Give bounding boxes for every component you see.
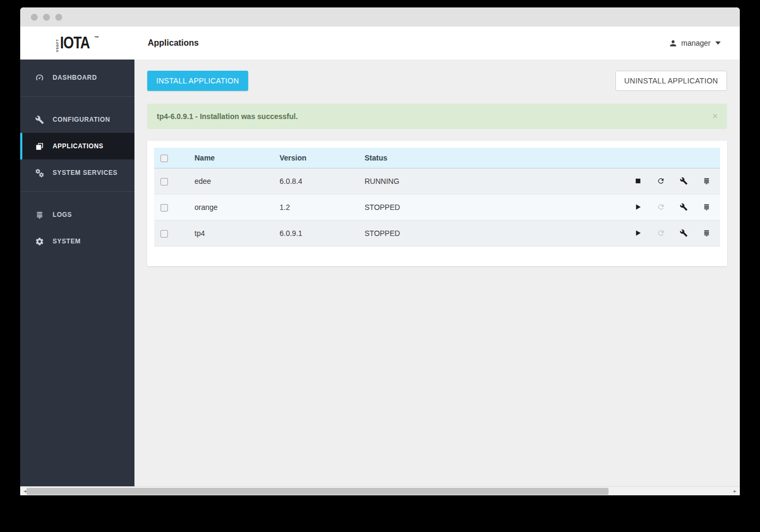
refresh-icon[interactable] — [657, 177, 665, 185]
gear-icon — [34, 237, 45, 246]
app-name-cell: edee — [195, 168, 280, 194]
install-application-button[interactable]: INSTALL APPLICATION — [147, 71, 248, 91]
row-checkbox[interactable] — [161, 178, 168, 185]
user-name: manager — [681, 39, 711, 47]
horizontal-scrollbar[interactable]: ◄ ► — [20, 486, 740, 495]
app-version-cell: 6.0.9.1 — [280, 220, 365, 246]
app-version-cell: 6.0.8.4 — [280, 168, 365, 194]
success-alert: tp4-6.0.9.1 - Installation was successfu… — [147, 104, 727, 129]
column-header-version[interactable]: Version — [280, 148, 365, 168]
app-name-cell: orange — [195, 194, 280, 220]
play-icon[interactable] — [634, 229, 642, 237]
select-all-checkbox[interactable] — [161, 155, 168, 162]
app-window: YSOFT IOTA ™ Applications manager DASHBO… — [20, 7, 740, 495]
wrench-icon[interactable] — [680, 229, 688, 237]
toolbar: INSTALL APPLICATION UNINSTALL APPLICATIO… — [147, 71, 727, 91]
loglines-icon — [34, 210, 45, 219]
wrench-icon[interactable] — [680, 177, 688, 185]
row-checkbox[interactable] — [161, 204, 168, 212]
applications-table: Name Version Status edee 6.0.8.4 RUNNING… — [154, 148, 720, 247]
play-icon[interactable] — [634, 203, 642, 211]
page-title: Applications — [148, 38, 669, 48]
loglines-icon[interactable] — [703, 203, 711, 211]
uninstall-application-button[interactable]: UNINSTALL APPLICATION — [615, 71, 727, 91]
sidebar-item-applications[interactable]: APPLICATIONS — [20, 133, 134, 159]
sidebar-item-system[interactable]: SYSTEM — [20, 228, 134, 255]
table-row: orange 1.2 STOPPED — [154, 194, 720, 220]
app-status-cell: STOPPED — [365, 194, 626, 220]
alert-message: tp4-6.0.9.1 - Installation was successfu… — [157, 112, 713, 121]
app-header: YSOFT IOTA ™ Applications manager — [20, 27, 740, 60]
applications-table-card: Name Version Status edee 6.0.8.4 RUNNING… — [147, 141, 727, 266]
sidebar-item-dashboard[interactable]: DASHBOARD — [20, 64, 134, 91]
person-icon — [669, 39, 678, 48]
sidebar-divider — [20, 191, 134, 192]
app-name-cell: tp4 — [195, 220, 280, 246]
cogs-icon — [34, 168, 45, 178]
sidebar-item-configuration[interactable]: CONFIGURATION — [20, 106, 134, 133]
window-titlebar — [20, 7, 740, 27]
column-header-status[interactable]: Status — [365, 148, 626, 168]
close-icon[interactable]: × — [713, 112, 717, 121]
sidebar-item-system-services[interactable]: SYSTEM SERVICES — [20, 159, 134, 186]
user-menu[interactable]: manager — [669, 39, 740, 48]
table-header-row: Name Version Status — [154, 148, 720, 168]
window-dot[interactable] — [55, 14, 62, 21]
main-content: INSTALL APPLICATION UNINSTALL APPLICATIO… — [134, 60, 740, 486]
wrench-icon — [34, 115, 45, 124]
table-row: tp4 6.0.9.1 STOPPED — [154, 220, 720, 246]
sidebar-divider — [20, 96, 134, 97]
app-version-cell: 1.2 — [280, 194, 365, 220]
chevron-down-icon — [715, 41, 721, 45]
applications-icon — [34, 142, 45, 151]
refresh-icon[interactable] — [657, 229, 665, 237]
dashboard-icon — [34, 73, 45, 82]
column-header-name[interactable]: Name — [195, 148, 280, 168]
stop-icon[interactable] — [634, 177, 642, 185]
loglines-icon[interactable] — [703, 177, 711, 185]
sidebar: DASHBOARD CONFIGURATION APPLICATIONS SYS… — [20, 60, 134, 486]
table-row: edee 6.0.8.4 RUNNING — [154, 168, 720, 194]
brand-logo: YSOFT IOTA ™ — [56, 35, 99, 52]
loglines-icon[interactable] — [703, 229, 711, 237]
scroll-right-arrow-icon[interactable]: ► — [731, 487, 739, 495]
window-dot[interactable] — [31, 14, 38, 21]
wrench-icon[interactable] — [680, 203, 688, 211]
scrollbar-thumb[interactable] — [27, 488, 609, 495]
brand-trademark: ™ — [94, 35, 99, 40]
sidebar-item-logs[interactable]: LOGS — [20, 201, 134, 228]
refresh-icon[interactable] — [657, 203, 665, 211]
window-dot[interactable] — [43, 14, 50, 21]
app-status-cell: RUNNING — [365, 168, 626, 194]
brand-zone: YSOFT IOTA ™ — [20, 35, 134, 52]
row-checkbox[interactable] — [161, 230, 168, 238]
app-status-cell: STOPPED — [365, 220, 626, 246]
brand-name: IOTA — [60, 35, 90, 51]
brand-vertical-text: YSOFT — [56, 36, 59, 52]
